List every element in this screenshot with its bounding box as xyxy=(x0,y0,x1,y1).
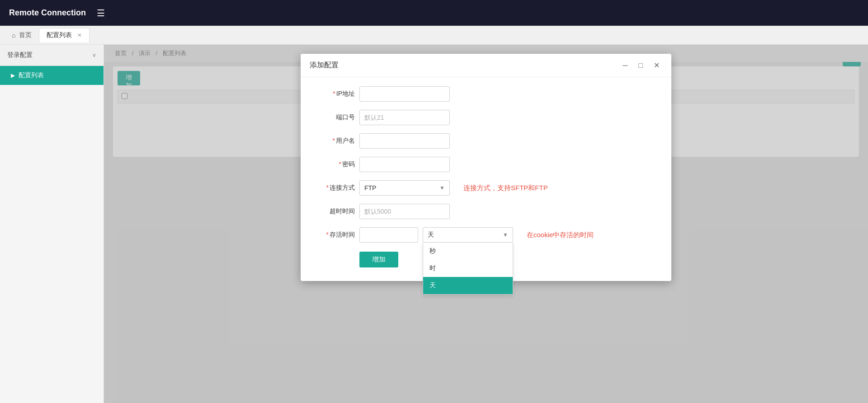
form-row-password: 密码 xyxy=(319,157,653,172)
survive-unit-value: 天 xyxy=(428,231,434,239)
submit-button[interactable]: 增加 xyxy=(359,252,398,267)
connection-type-value: FTP xyxy=(364,184,376,192)
home-icon: ⌂ xyxy=(12,32,15,39)
connection-type-arrow: ▼ xyxy=(439,185,445,191)
timeout-label: 超时时间 xyxy=(319,207,355,216)
app-header: Remote Connection ☰ xyxy=(0,0,868,26)
modal-actions: ─ □ ✕ xyxy=(620,60,662,70)
username-input[interactable] xyxy=(359,133,450,149)
menu-button[interactable]: ☰ xyxy=(93,6,108,20)
survive-hint: 在cookie中存活的时间 xyxy=(527,231,594,239)
tabs-bar: ⌂ 首页 配置列表 ✕ xyxy=(0,26,868,45)
sidebar: 登录配置 ∨ ▶ 配置列表 xyxy=(0,45,104,403)
connection-type-label: 连接方式 xyxy=(319,184,355,192)
form-row-timeout: 超时时间 xyxy=(319,204,653,219)
survive-label: 存活时间 xyxy=(319,231,355,239)
password-label: 密码 xyxy=(319,160,355,169)
main-layout: 登录配置 ∨ ▶ 配置列表 首页 / 演示 / 配置列表 ↻ 增加 xyxy=(0,45,868,403)
modal-minimize-button[interactable]: ─ xyxy=(620,61,630,70)
modal-header: 添加配置 ─ □ ✕ xyxy=(301,54,671,77)
sidebar-section-login: 登录配置 ∨ xyxy=(0,45,104,66)
modal-dialog: 添加配置 ─ □ ✕ IP地址 端口号 xyxy=(301,54,671,281)
sidebar-section-arrow: ∨ xyxy=(92,52,96,58)
content-area: 首页 / 演示 / 配置列表 ↻ 增加 添加配置 xyxy=(104,45,868,403)
port-label: 端口号 xyxy=(319,113,355,122)
form-row-username: 用户名 xyxy=(319,133,653,149)
modal-close-button[interactable]: ✕ xyxy=(651,60,662,70)
sidebar-item-arrow: ▶ xyxy=(11,72,15,79)
sidebar-section-header[interactable]: 登录配置 ∨ xyxy=(0,45,104,66)
tab-config-list-label: 配置列表 xyxy=(47,31,72,39)
survive-input[interactable] xyxy=(359,227,418,243)
tab-home[interactable]: ⌂ 首页 xyxy=(5,28,39,42)
modal-maximize-button[interactable]: □ xyxy=(636,61,646,70)
sidebar-section-label: 登录配置 xyxy=(7,51,33,59)
form-row-survive: 存活时间 天 ▼ 秒 时 天 xyxy=(319,227,653,243)
ip-label: IP地址 xyxy=(319,90,355,98)
modal-body: IP地址 端口号 用户名 密码 xyxy=(301,77,671,281)
modal-title: 添加配置 xyxy=(310,61,339,70)
survive-option-day[interactable]: 天 xyxy=(423,277,513,294)
password-input[interactable] xyxy=(359,157,450,172)
survive-unit-arrow: ▼ xyxy=(503,232,508,238)
survive-unit-select[interactable]: 天 ▼ xyxy=(423,227,513,243)
app-title: Remote Connection xyxy=(9,8,86,18)
tab-close-icon[interactable]: ✕ xyxy=(77,32,82,38)
modal-overlay: 添加配置 ─ □ ✕ IP地址 端口号 xyxy=(104,45,868,403)
sidebar-item-label: 配置列表 xyxy=(19,71,44,80)
sidebar-item-config-list[interactable]: ▶ 配置列表 xyxy=(0,66,104,85)
tab-home-label: 首页 xyxy=(19,31,32,39)
connection-type-hint: 连接方式，支持SFTP和FTP xyxy=(463,184,548,192)
connection-type-select[interactable]: FTP ▼ xyxy=(359,180,450,196)
form-row-connection-type: 连接方式 FTP ▼ 连接方式，支持SFTP和FTP xyxy=(319,180,653,196)
survive-option-hour[interactable]: 时 xyxy=(423,260,513,277)
form-row-ip: IP地址 xyxy=(319,86,653,102)
username-label: 用户名 xyxy=(319,137,355,145)
ip-input[interactable] xyxy=(359,86,450,102)
survive-option-second[interactable]: 秒 xyxy=(423,243,513,260)
survive-unit-dropdown: 秒 时 天 xyxy=(423,243,513,295)
form-row-port: 端口号 xyxy=(319,110,653,125)
port-input[interactable] xyxy=(359,110,450,125)
timeout-input[interactable] xyxy=(359,204,450,219)
tab-config-list[interactable]: 配置列表 ✕ xyxy=(39,28,90,42)
